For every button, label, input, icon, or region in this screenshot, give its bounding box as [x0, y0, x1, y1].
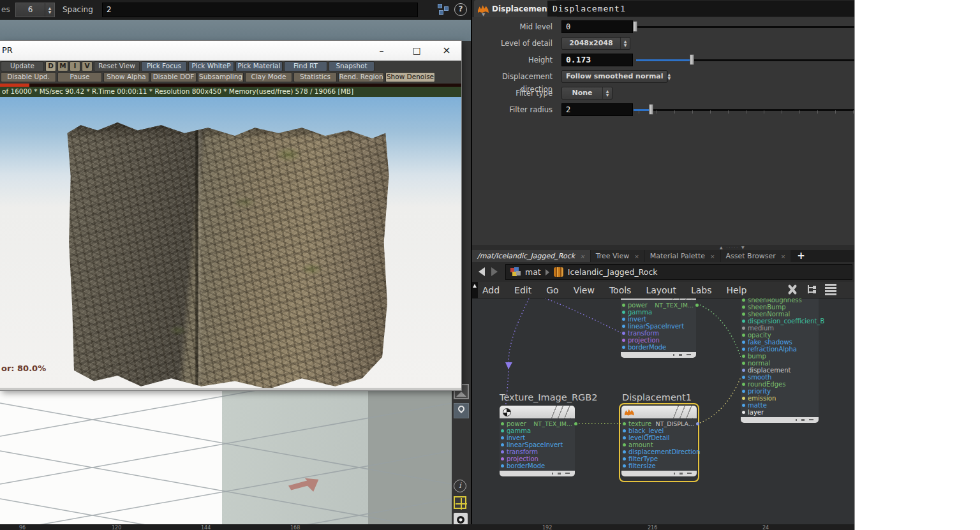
i-button[interactable]: I	[70, 61, 80, 71]
disable-upd-button[interactable]: Disable Upd.	[1, 72, 56, 82]
lod-dropdown[interactable]: 2048x2048 ▲▼	[561, 37, 630, 50]
node-param[interactable]: linearSpaceInvert	[507, 441, 563, 448]
quad-layout-icon[interactable]	[454, 496, 466, 509]
node-texture-image-top[interactable]: powerNT_TEX_IM... gamma invert linearSpa…	[621, 298, 696, 358]
node-param[interactable]: borderMode	[507, 462, 545, 469]
menu-tools[interactable]: Tools	[609, 285, 632, 295]
node-name-field[interactable]: Displacement1	[547, 1, 854, 17]
node-header[interactable]	[500, 406, 575, 418]
new-tab-button[interactable]: +	[791, 250, 811, 262]
node-footer[interactable]	[621, 352, 696, 358]
tools-icon[interactable]	[787, 284, 798, 295]
menu-help[interactable]: Help	[727, 285, 747, 295]
node-param[interactable]: medium	[748, 325, 774, 332]
node-texture-image-rgb2[interactable]: powerNT_TEX_IM... gamma invert linearSpa…	[500, 406, 575, 476]
node-param[interactable]: gamma	[628, 309, 652, 316]
menu-edit[interactable]: Edit	[514, 285, 531, 295]
node-param[interactable]: bump	[748, 353, 766, 360]
m-button[interactable]: M	[57, 61, 68, 71]
divisions-stepper[interactable]: ▲▼	[45, 3, 54, 17]
tab-mat-icelandic-jagged-rock[interactable]: /mat/Icelandic_Jagged_Rock ×	[472, 250, 590, 262]
filter-type-stepper[interactable]: ▲▼	[602, 87, 612, 99]
node-param[interactable]: opacity	[748, 332, 771, 339]
snapshot-button[interactable]: Snapshot	[329, 61, 375, 71]
ipr-titlebar[interactable]: PR – □ ×	[0, 41, 461, 61]
timeline-ruler[interactable]: 96 120 144 168 192 216 24	[0, 524, 854, 530]
node-param[interactable]: sheenNormal	[748, 311, 790, 318]
node-displacement1[interactable]: textureNT_DISPLA... black_level levelOfD…	[621, 406, 697, 476]
show-denoise-button[interactable]: Show Denoise	[385, 72, 435, 82]
breadcrumb-root[interactable]: mat	[525, 267, 541, 277]
mid-level-input[interactable]: 0	[561, 20, 633, 33]
node-param[interactable]: projection	[507, 455, 538, 462]
statistics-button[interactable]: Statistics	[293, 72, 337, 82]
pane-splitter[interactable]: ▲ ····· ▼	[472, 245, 854, 250]
tab-asset-browser[interactable]: Asset Browser ×	[721, 250, 791, 262]
node-param[interactable]: normal	[748, 360, 770, 367]
node-param[interactable]: amount	[628, 441, 653, 448]
node-param[interactable]: filtersize	[628, 462, 656, 469]
help-icon[interactable]: ?	[454, 3, 467, 16]
update-button[interactable]: Update	[1, 61, 44, 71]
close-icon[interactable]: ×	[580, 253, 585, 260]
direction-dropdown[interactable]: Follow smoothed normal ▲▼	[561, 70, 667, 83]
close-icon[interactable]: ×	[634, 253, 639, 260]
pause-button[interactable]: Pause	[57, 72, 102, 82]
list-view-icon[interactable]	[825, 284, 836, 295]
height-input[interactable]: 0.173	[561, 54, 633, 66]
network-scroll-corner[interactable]	[472, 282, 478, 298]
node-param[interactable]: transform	[628, 330, 659, 337]
output-dot[interactable]	[695, 304, 699, 307]
tab-tree-view[interactable]: Tree View ×	[591, 250, 644, 262]
node-param[interactable]: displacementDirection	[628, 448, 701, 455]
node-param[interactable]: roundEdges	[748, 381, 785, 388]
node-param[interactable]: invert	[628, 316, 646, 323]
breadcrumb-current[interactable]: Icelandic_Jagged_Rock	[568, 267, 658, 277]
node-footer[interactable]	[500, 471, 575, 476]
node-param[interactable]: texture	[628, 420, 651, 427]
menu-go[interactable]: Go	[546, 285, 558, 295]
pick-whitep-button[interactable]: Pick WhiteP	[188, 61, 234, 71]
close-icon[interactable]: ×	[710, 253, 715, 260]
node-param[interactable]: transform	[507, 448, 538, 455]
node-param[interactable]: linearSpaceInvert	[628, 323, 684, 330]
back-arrow-icon[interactable]	[479, 267, 485, 276]
node-param[interactable]: power	[507, 420, 526, 427]
node-param[interactable]: matte	[748, 402, 767, 409]
node-type-tab[interactable]: Displacement ▼	[474, 0, 557, 17]
node-param[interactable]: refractionAlpha	[748, 346, 797, 353]
show-alpha-button[interactable]: Show Alpha	[103, 72, 149, 82]
filter-radius-slider-handle[interactable]	[649, 104, 653, 115]
mid-level-slider[interactable]	[634, 26, 854, 28]
lod-stepper[interactable]: ▲▼	[620, 38, 630, 49]
d-button[interactable]: D	[45, 61, 56, 71]
viewport-3d[interactable]	[0, 390, 471, 524]
node-param[interactable]: borderMode	[628, 344, 666, 351]
pick-focus-button[interactable]: Pick Focus	[141, 61, 187, 71]
node-param[interactable]: levelOfDetail	[628, 434, 670, 441]
node-header[interactable]	[621, 406, 697, 418]
network-editor-canvas[interactable]: powerNT_TEX_IM... gamma invert linearSpa…	[472, 298, 854, 524]
node-param[interactable]: projection	[628, 337, 660, 344]
filter-type-dropdown[interactable]: None ▲▼	[561, 87, 612, 99]
reset-view-button[interactable]: Reset View	[94, 61, 140, 71]
subsampling-button[interactable]: Subsampling	[198, 72, 244, 82]
v-button[interactable]: V	[82, 61, 93, 71]
node-param[interactable]: displacement	[748, 367, 791, 374]
mid-level-slider-handle[interactable]	[633, 21, 637, 32]
pane-divider[interactable]	[471, 0, 472, 530]
node-param[interactable]: emission	[748, 395, 776, 402]
node-param[interactable]: priority	[748, 388, 771, 395]
tree-view-icon[interactable]	[806, 284, 817, 295]
node-title-texture-rgb2[interactable]: Texture_Image_RGB2	[500, 392, 597, 402]
minimize-button[interactable]: –	[373, 44, 390, 57]
filter-radius-input[interactable]: 2	[561, 103, 633, 116]
maximize-button[interactable]: □	[408, 44, 425, 57]
node-title-displacement1[interactable]: Displacement1	[622, 392, 692, 402]
location-pin-icon[interactable]	[454, 403, 469, 418]
divisions-value[interactable]: 6	[16, 3, 45, 17]
find-rt-button[interactable]: Find RT	[284, 61, 327, 71]
node-footer[interactable]	[621, 471, 697, 476]
node-param[interactable]: layer	[748, 409, 764, 416]
close-icon[interactable]: ×	[781, 253, 786, 260]
